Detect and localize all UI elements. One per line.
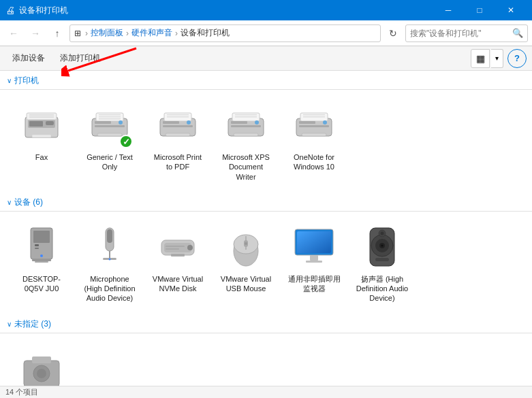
device-fax-icon <box>17 101 66 150</box>
mouse-svg <box>224 225 268 269</box>
statusbar: 14 个项目 <box>0 386 532 398</box>
view-button[interactable]: ▦ <box>471 49 490 68</box>
device-onenote-label: OneNote for Windows 10 <box>287 152 341 172</box>
section-unspecified-header[interactable]: ∨ 未指定 (3) <box>0 314 532 333</box>
view-dropdown-button[interactable]: ▾ <box>491 49 503 68</box>
search-input[interactable] <box>410 29 512 38</box>
svg-rect-45 <box>35 244 39 246</box>
main-content: ∨ 打印机 Fax <box>0 71 532 386</box>
svg-point-54 <box>109 258 111 260</box>
svg-point-77 <box>381 231 384 235</box>
add-printer-button[interactable]: 添加打印机 <box>53 49 108 68</box>
default-printer-badge: ✓ <box>119 135 133 148</box>
titlebar-controls: ─ □ ✕ <box>433 0 527 20</box>
svg-rect-42 <box>299 121 315 124</box>
microphone-svg <box>88 225 131 269</box>
unspecified-grid <box>0 333 532 386</box>
device-generic-text[interactable]: ✓ Generic / Text Only <box>79 97 140 186</box>
titlebar-icon: 🖨 <box>5 5 15 16</box>
device-speaker-icon <box>358 222 407 271</box>
svg-rect-15 <box>95 125 125 127</box>
close-button[interactable]: ✕ <box>495 0 527 20</box>
svg-point-47 <box>40 254 43 257</box>
camera-svg <box>20 347 63 386</box>
svg-rect-37 <box>303 114 325 116</box>
section-printers-header[interactable]: ∨ 打印机 <box>0 71 532 90</box>
svg-rect-30 <box>235 116 257 118</box>
svg-rect-59 <box>166 248 179 250</box>
printers-grid: Fax <box>0 90 532 193</box>
breadcrumb-sep-0: › <box>85 29 88 38</box>
svg-rect-34 <box>231 121 247 124</box>
speaker-svg <box>360 225 404 269</box>
device-fax[interactable]: Fax <box>11 97 72 186</box>
minimize-button[interactable]: ─ <box>433 0 464 20</box>
ms-xps-svg <box>224 103 268 147</box>
device-speaker-label: 扬声器 (High Definition Audio Device) <box>356 274 409 303</box>
nvme-svg <box>156 225 200 269</box>
device-usb-mouse[interactable]: VMware Virtual USB Mouse <box>215 218 277 308</box>
devices-grid: DESKTOP-0Q5V JU0 Microphone (High Defini… <box>0 212 532 314</box>
device-nvme[interactable]: VMware Virtual NVMe Disk <box>147 218 208 308</box>
svg-rect-70 <box>297 231 331 253</box>
svg-rect-12 <box>99 114 121 116</box>
device-unspecified-icon <box>17 344 66 386</box>
svg-rect-23 <box>163 125 193 127</box>
device-nvme-label: VMware Virtual NVMe Disk <box>151 274 204 294</box>
breadcrumb-current: 设备和打印机 <box>181 27 230 39</box>
svg-rect-49 <box>35 261 48 263</box>
refresh-button[interactable]: ↻ <box>384 24 403 43</box>
forward-button[interactable]: → <box>26 24 45 43</box>
device-ms-xps[interactable]: Microsoft XPS Document Writer <box>215 97 277 186</box>
breadcrumb-home[interactable]: ⊞ <box>74 29 81 38</box>
svg-point-75 <box>381 244 384 246</box>
svg-rect-7 <box>29 116 54 118</box>
onenote-svg <box>292 103 336 147</box>
section-devices-header[interactable]: ∨ 设备 (6) <box>0 193 532 212</box>
back-button[interactable]: ← <box>4 24 23 43</box>
device-speaker[interactable]: 扬声器 (High Definition Audio Device) <box>351 218 413 308</box>
svg-point-17 <box>119 120 123 125</box>
svg-point-41 <box>323 120 327 125</box>
toolbar: 添加设备 添加打印机 ▦ ▾ ? <box>0 46 532 71</box>
svg-rect-38 <box>303 116 325 118</box>
device-fax-label: Fax <box>35 152 48 162</box>
maximize-button[interactable]: □ <box>464 0 495 20</box>
device-microphone-label: Microphone (High Definition Audio Device… <box>83 274 136 303</box>
device-unspecified-0[interactable] <box>11 340 72 386</box>
svg-point-25 <box>187 120 191 125</box>
svg-point-57 <box>187 245 193 250</box>
svg-rect-82 <box>32 356 51 363</box>
svg-rect-26 <box>163 121 179 124</box>
section-unspecified-label: 未指定 (3) <box>14 318 51 330</box>
addressbar: ← → ↑ ⊞ › 控制面板 › 硬件和声音 › 设备和打印机 ↻ 🔍 <box>0 20 532 46</box>
help-button[interactable]: ? <box>507 49 527 68</box>
titlebar-title: 设备和打印机 <box>19 5 433 16</box>
svg-rect-48 <box>32 259 51 261</box>
add-device-button[interactable]: 添加设备 <box>5 49 52 68</box>
device-microphone[interactable]: Microphone (High Definition Audio Device… <box>79 218 140 308</box>
device-generic-text-label: Generic / Text Only <box>83 152 136 172</box>
device-usb-mouse-label: VMware Virtual USB Mouse <box>219 274 272 294</box>
device-monitor[interactable]: 通用非即插即用监视器 <box>283 218 345 308</box>
device-nvme-icon <box>153 222 202 271</box>
svg-rect-78 <box>375 258 389 261</box>
breadcrumb-sep-1: › <box>126 29 129 38</box>
svg-rect-24 <box>166 133 190 136</box>
svg-rect-13 <box>99 116 121 118</box>
device-desktop[interactable]: DESKTOP-0Q5V JU0 <box>11 218 72 308</box>
device-monitor-icon <box>290 222 339 271</box>
up-button[interactable]: ↑ <box>48 24 67 43</box>
svg-rect-29 <box>235 114 257 116</box>
statusbar-count: 14 个项目 <box>5 387 38 397</box>
svg-rect-40 <box>302 133 326 136</box>
section-devices-chevron: ∨ <box>7 199 12 206</box>
device-onenote[interactable]: OneNote for Windows 10 <box>283 97 345 186</box>
svg-rect-39 <box>299 125 329 127</box>
breadcrumb-link-0[interactable]: 控制面板 <box>91 27 123 39</box>
section-printers-chevron: ∨ <box>7 77 12 84</box>
svg-rect-68 <box>310 255 318 261</box>
breadcrumb-link-1[interactable]: 硬件和声音 <box>131 27 172 39</box>
device-ms-print-pdf[interactable]: Microsoft Print to PDF <box>147 97 208 186</box>
search-box: 🔍 <box>405 24 528 42</box>
